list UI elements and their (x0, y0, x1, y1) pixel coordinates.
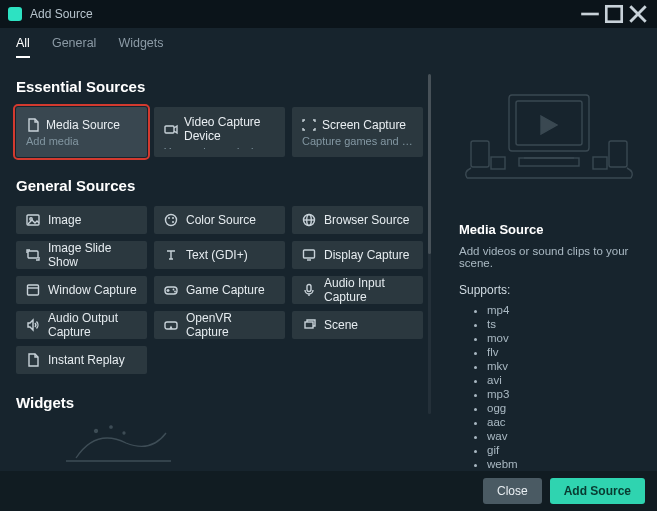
text-icon (164, 248, 178, 262)
general-source-tile[interactable]: Image (16, 206, 147, 234)
source-name: Image (48, 213, 81, 227)
screen-bracket-icon (302, 118, 316, 132)
general-source-tile[interactable]: Display Capture (292, 241, 423, 269)
support-format: wav (487, 429, 639, 443)
source-name: Instant Replay (48, 353, 125, 367)
mic-icon (302, 283, 316, 297)
svg-rect-26 (305, 322, 313, 328)
camera-icon (164, 122, 178, 136)
source-subtitle: Add media (26, 135, 137, 147)
tab-general[interactable]: General (52, 36, 96, 58)
tab-all[interactable]: All (16, 36, 30, 58)
source-name: Video Capture Device (184, 115, 275, 143)
essential-source-card[interactable]: Media SourceAdd media (16, 107, 147, 157)
svg-point-8 (168, 217, 170, 219)
scrollbar[interactable] (428, 74, 431, 414)
tabs: All General Widgets (0, 28, 657, 58)
svg-rect-1 (606, 6, 621, 21)
general-source-tile[interactable]: Window Capture (16, 276, 147, 304)
dialog-footer: Close Add Source (0, 471, 657, 511)
source-name: Game Capture (186, 283, 265, 297)
support-format: aac (487, 415, 639, 429)
widgets-decoration (16, 423, 435, 463)
svg-rect-4 (165, 126, 174, 133)
svg-rect-24 (307, 285, 311, 292)
svg-point-28 (110, 426, 112, 428)
support-format: avi (487, 373, 639, 387)
svg-point-22 (173, 289, 175, 291)
maximize-button[interactable] (603, 4, 625, 24)
detail-illustration (459, 68, 639, 208)
source-name: Display Capture (324, 248, 409, 262)
general-source-tile[interactable]: Color Source (154, 206, 285, 234)
general-sources-heading: General Sources (16, 177, 435, 194)
svg-rect-34 (471, 141, 489, 167)
palette-icon (164, 213, 178, 227)
essential-source-card[interactable]: Video Capture DeviceYour webcam device (154, 107, 285, 157)
close-window-button[interactable] (627, 4, 649, 24)
source-name: Screen Capture (322, 118, 406, 132)
app-icon (8, 7, 22, 21)
titlebar: Add Source (0, 0, 657, 28)
monitor-icon (302, 248, 316, 262)
general-source-tile[interactable]: Game Capture (154, 276, 285, 304)
svg-point-29 (123, 432, 125, 434)
slideshow-icon (26, 248, 40, 262)
source-name: Audio Input Capture (324, 276, 413, 304)
support-format: ts (487, 317, 639, 331)
gamepad-icon (164, 283, 178, 297)
source-name: Scene (324, 318, 358, 332)
file-icon (26, 118, 40, 132)
general-source-tile[interactable]: Audio Output Capture (16, 311, 147, 339)
source-subtitle: Your webcam device (164, 146, 275, 149)
essential-sources-heading: Essential Sources (16, 78, 435, 95)
tab-widgets[interactable]: Widgets (118, 36, 163, 58)
detail-title: Media Source (459, 222, 639, 237)
speaker-icon (26, 318, 40, 332)
svg-rect-33 (519, 158, 579, 166)
svg-point-23 (174, 291, 176, 293)
svg-rect-15 (304, 250, 315, 258)
general-source-tile[interactable]: Scene (292, 311, 423, 339)
support-format: mp4 (487, 303, 639, 317)
close-button[interactable]: Close (483, 478, 542, 504)
support-format: mp3 (487, 387, 639, 401)
support-format: mov (487, 331, 639, 345)
source-subtitle: Capture games and apps (302, 135, 413, 147)
essential-source-card[interactable]: Screen CaptureCapture games and apps (292, 107, 423, 157)
minimize-button[interactable] (579, 4, 601, 24)
widgets-heading: Widgets (16, 394, 435, 411)
window-icon (26, 283, 40, 297)
support-format: gif (487, 443, 639, 457)
vr-icon (164, 318, 178, 332)
svg-point-9 (172, 217, 174, 219)
general-source-tile[interactable]: Image Slide Show (16, 241, 147, 269)
general-source-tile[interactable]: Browser Source (292, 206, 423, 234)
window-title: Add Source (30, 7, 93, 21)
source-name: Image Slide Show (48, 241, 137, 269)
file-icon (26, 353, 40, 367)
source-name: Window Capture (48, 283, 137, 297)
source-name: Text (GDI+) (186, 248, 248, 262)
supports-list: mp4tsmovflvmkvavimp3oggaacwavgifwebm (459, 303, 639, 471)
general-source-tile[interactable]: Instant Replay (16, 346, 147, 374)
svg-rect-17 (28, 285, 39, 295)
globe-icon (302, 213, 316, 227)
supports-label: Supports: (459, 283, 639, 297)
svg-rect-36 (491, 157, 505, 169)
svg-rect-14 (28, 251, 38, 258)
image-icon (26, 213, 40, 227)
general-source-tile[interactable]: Audio Input Capture (292, 276, 423, 304)
source-name: Browser Source (324, 213, 409, 227)
detail-description: Add videos or sound clips to your scene. (459, 245, 639, 269)
detail-panel: Media Source Add videos or sound clips t… (435, 58, 657, 471)
general-source-tile[interactable]: OpenVR Capture (154, 311, 285, 339)
general-source-tile[interactable]: Text (GDI+) (154, 241, 285, 269)
source-name: OpenVR Capture (186, 311, 275, 339)
add-source-button[interactable]: Add Source (550, 478, 645, 504)
layers-icon (302, 318, 316, 332)
support-format: mkv (487, 359, 639, 373)
source-name: Audio Output Capture (48, 311, 137, 339)
svg-point-7 (166, 215, 177, 226)
svg-point-10 (172, 221, 174, 223)
